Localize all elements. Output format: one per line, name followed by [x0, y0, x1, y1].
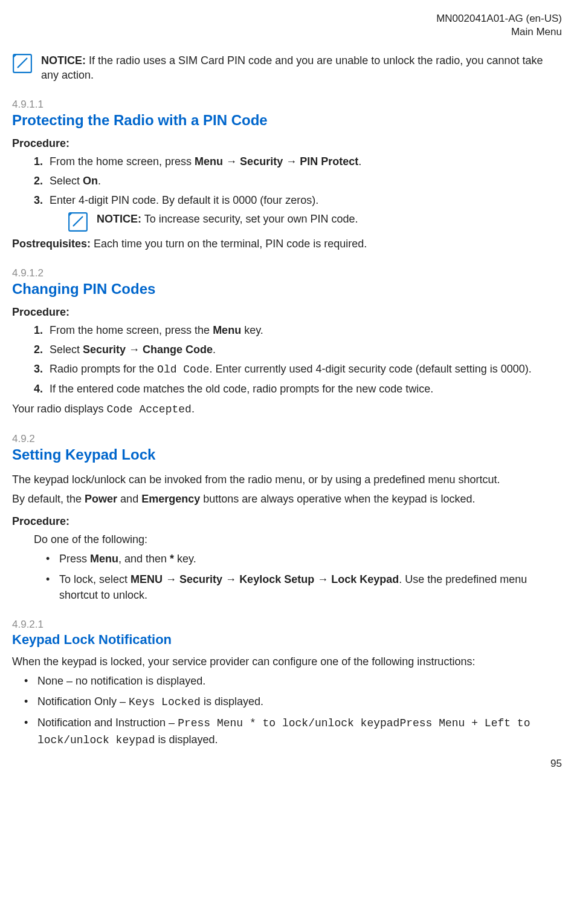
text: . [98, 175, 101, 187]
result-text: Your radio displays Code Accepted. [12, 401, 562, 417]
do-one-of: Do one of the following: [34, 532, 562, 547]
text: and [117, 493, 141, 505]
text: By default, the [12, 493, 85, 505]
button-name: Power [85, 493, 117, 505]
list-item: Notification Only – Keys Locked is displ… [24, 694, 562, 710]
postreq-text: Each time you turn on the terminal, PIN … [91, 238, 367, 250]
section-title: Protecting the Radio with a PIN Code [12, 112, 562, 129]
text: . [358, 155, 361, 168]
text: → [126, 343, 143, 356]
text: . [192, 403, 195, 415]
text: Notification and Instruction – [37, 717, 178, 729]
intro-text: By default, the Power and Emergency butt… [12, 491, 562, 507]
text: → [283, 155, 300, 168]
section-number: 4.9.2 [12, 433, 562, 445]
menu-key: Menu [195, 155, 223, 168]
menu-item: PIN Protect [300, 155, 358, 168]
notice-icon [12, 53, 33, 83]
menu-item: Security [240, 155, 283, 168]
text: Select [50, 175, 83, 187]
text: . Enter currently used 4-digit security … [210, 363, 532, 375]
text: From the home screen, press the [50, 324, 213, 336]
notice-text: NOTICE: To increase security, set your o… [97, 212, 358, 232]
section-number: 4.9.1.2 [12, 267, 562, 279]
section-number: 4.9.2.1 [12, 619, 562, 631]
text: . [213, 343, 216, 356]
menu-item: Security [179, 573, 222, 585]
menu-item: Change Code [143, 343, 213, 356]
text: buttons are always operative when the ke… [200, 493, 475, 505]
text: Press [59, 553, 90, 565]
notice-block: NOTICE: To increase security, set your o… [68, 212, 562, 232]
text: → [163, 573, 179, 585]
text: is displayed. [201, 695, 263, 708]
text: Your radio displays [12, 403, 106, 415]
section-title: Keypad Lock Notification [12, 632, 562, 648]
menu-item: Keylock Setup [239, 573, 314, 585]
list-item: Select Security → Change Code. [46, 342, 562, 357]
text: , and then [118, 553, 170, 565]
notice-body: To increase security, set your own PIN c… [141, 213, 358, 225]
text: → [222, 573, 239, 585]
list-item: To lock, select MENU → Security → Keyloc… [46, 571, 562, 603]
list-item: Radio prompts for the Old Code. Enter cu… [46, 361, 562, 377]
text: Notification Only – [37, 695, 129, 708]
postreq-label: Postrequisites: [12, 238, 91, 250]
notice-icon [68, 212, 88, 232]
section-title: Changing PIN Codes [12, 281, 562, 298]
text: key. [241, 324, 263, 336]
list-item: Notification and Instruction – Press Men… [24, 715, 562, 747]
page: DRAFT MN002041A01-AG (en-US) Main Menu N… [0, 0, 574, 777]
menu-item: MENU [131, 573, 163, 585]
section-name: Main Menu [12, 25, 562, 39]
menu-item: Lock Keypad [331, 573, 399, 585]
intro-text: The keypad lock/unlock can be invoked fr… [12, 472, 562, 487]
section-number: 4.9.1.1 [12, 99, 562, 111]
text: To lock, select [59, 573, 131, 585]
procedure-label: Procedure: [12, 306, 562, 319]
procedure-label: Procedure: [12, 515, 562, 528]
intro-text: When the keypad is locked, your service … [12, 654, 562, 669]
procedure-list: From the home screen, press the Menu key… [12, 322, 562, 397]
procedure-label: Procedure: [12, 137, 562, 150]
bullet-list: None – no notification is displayed. Not… [12, 673, 562, 747]
text: Select [50, 343, 83, 356]
page-number: 95 [550, 758, 562, 770]
list-item: None – no notification is displayed. [24, 673, 562, 689]
text: key. [174, 553, 196, 565]
procedure-list: From the home screen, press Menu → Secur… [12, 154, 562, 232]
notice-block: NOTICE: If the radio uses a SIM Card PIN… [12, 53, 562, 83]
text: From the home screen, press [50, 155, 195, 168]
notice-label: NOTICE: [97, 213, 141, 225]
text: Radio prompts for the [50, 363, 157, 375]
text: None – no notification is displayed. [37, 675, 205, 687]
text: Enter 4-digit PIN code. By default it is… [50, 194, 318, 206]
code-text: Keys Locked [129, 696, 201, 708]
menu-key: Menu [213, 324, 241, 336]
text: → [223, 155, 240, 168]
section-title: Setting Keypad Lock [12, 446, 562, 463]
doc-id: MN002041A01-AG (en-US) [12, 12, 562, 25]
menu-item: Security [83, 343, 126, 356]
menu-key: Menu [90, 553, 118, 565]
page-header: MN002041A01-AG (en-US) Main Menu [12, 12, 562, 39]
notice-text: NOTICE: If the radio uses a SIM Card PIN… [41, 53, 562, 83]
button-name: Emergency [141, 493, 200, 505]
list-item: Enter 4-digit PIN code. By default it is… [46, 192, 562, 232]
text: is displayed. [155, 734, 218, 746]
list-item: Select On. [46, 173, 562, 189]
code-text: Code Accepted [106, 403, 191, 415]
code-text: Old Code [157, 363, 209, 376]
notice-label: NOTICE: [41, 54, 86, 67]
list-item: From the home screen, press the Menu key… [46, 322, 562, 338]
text: → [314, 573, 331, 585]
text: If the entered code matches the old code… [50, 383, 433, 395]
list-item: From the home screen, press Menu → Secur… [46, 154, 562, 169]
list-item: Press Menu, and then * key. [46, 551, 562, 567]
list-item: If the entered code matches the old code… [46, 381, 562, 397]
notice-body: If the radio uses a SIM Card PIN code an… [41, 54, 543, 81]
bullet-list: Press Menu, and then * key. To lock, sel… [12, 551, 562, 603]
postrequisites: Postrequisites: Each time you turn on th… [12, 236, 562, 252]
option: On [83, 175, 98, 187]
